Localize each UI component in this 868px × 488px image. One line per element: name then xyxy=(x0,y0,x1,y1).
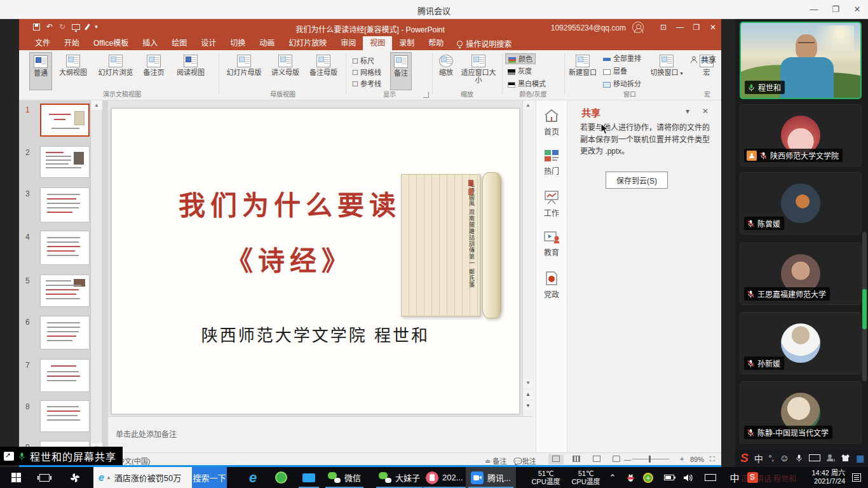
ruler-checkbox[interactable]: ☐ 标尺 xyxy=(352,55,374,65)
arrange-all-button[interactable]: 全部重排 xyxy=(600,53,644,64)
slide-thumbnail-4[interactable] xyxy=(40,231,90,265)
zoom-slider[interactable] xyxy=(632,459,669,459)
scroll-down-icon[interactable]: ▼ xyxy=(523,378,533,388)
zoom-in-icon[interactable]: + xyxy=(680,455,684,463)
notes-toggle-button[interactable]: 备注 xyxy=(390,52,412,90)
participant-tile[interactable]: 孙新媛 xyxy=(740,312,862,374)
emoji-icon[interactable]: ☺ xyxy=(780,452,789,463)
wechat-button[interactable]: 微信 xyxy=(323,467,366,488)
ime-mode-indicator[interactable]: 中 xyxy=(727,467,742,488)
save-to-cloud-button[interactable]: 保存到云(S) xyxy=(606,172,668,189)
tab-view[interactable]: 视图 xyxy=(363,36,392,50)
status-normal-view-button[interactable] xyxy=(548,454,564,464)
pane-item-home[interactable]: 首页 xyxy=(536,108,567,137)
ppt-close-button[interactable]: ✕ xyxy=(705,19,721,36)
tab-home[interactable]: 开始 xyxy=(57,36,86,50)
slide-thumbnail-1[interactable] xyxy=(40,104,90,137)
slide-thumbnail-6[interactable] xyxy=(40,316,90,349)
slideshow-icon[interactable] xyxy=(72,24,80,30)
fit-to-window-button[interactable]: 适应窗口大小 xyxy=(460,52,497,90)
account-avatar-icon[interactable] xyxy=(632,22,644,33)
zoom-out-icon[interactable]: — xyxy=(624,456,631,463)
fit-slide-icon[interactable]: ⛶ xyxy=(710,455,715,463)
notes-pane[interactable]: 单击此处添加备注 xyxy=(108,416,532,452)
handout-master-button[interactable]: 讲义母版 xyxy=(267,52,304,90)
scroll-up-icon[interactable]: ▲ xyxy=(523,100,533,110)
status-sorter-view-button[interactable] xyxy=(569,454,584,464)
account-21-icon[interactable]: 21 xyxy=(826,454,835,462)
punctuation-icon[interactable]: °, xyxy=(769,454,774,463)
input-mode-chinese-icon[interactable]: 中 xyxy=(754,452,763,464)
guides-checkbox[interactable]: ☐ 参考线 xyxy=(352,78,381,88)
notes-page-button[interactable]: 备注页 xyxy=(139,52,169,90)
participant-tile-video[interactable]: 程世和 xyxy=(740,22,862,99)
tab-animations[interactable]: 动画 xyxy=(252,36,281,50)
participant-tile[interactable]: 陈曾媛 xyxy=(740,172,862,234)
participant-tile[interactable]: 王思嘉福建师范大学 xyxy=(740,243,862,305)
start-button[interactable] xyxy=(5,467,27,488)
slide-master-button[interactable]: 幻灯片母版 xyxy=(222,52,266,90)
action-center-button[interactable] xyxy=(848,467,865,488)
cpu-widget-2[interactable]: 51℃CPU温度 xyxy=(567,467,604,488)
slide-thumbnail-2[interactable] xyxy=(40,146,90,178)
outline-view-button[interactable]: 大纲视图 xyxy=(53,52,93,90)
tell-me-search[interactable]: 操作说明搜索 xyxy=(451,36,518,50)
color-button[interactable]: 颜色 xyxy=(505,53,536,64)
tab-help[interactable]: 帮助 xyxy=(421,36,451,50)
soft-keyboard-icon[interactable] xyxy=(809,454,820,461)
black-white-button[interactable]: 黑白模式 xyxy=(505,79,548,90)
switch-windows-button[interactable]: 切换窗口 ▾ xyxy=(649,52,684,90)
thumbnail-scrollbar[interactable]: ▲ ▼ xyxy=(90,100,102,452)
pink-app-button[interactable]: 202... xyxy=(421,467,468,488)
status-notes-button[interactable]: ≐ 备注 xyxy=(485,456,506,466)
voice-input-icon[interactable] xyxy=(795,454,803,463)
normal-view-button[interactable]: 普通 xyxy=(29,52,52,90)
slide-sorter-button[interactable]: 幻灯片浏览 xyxy=(94,52,137,90)
tab-draw[interactable]: 绘图 xyxy=(165,36,194,50)
pinwheel-app-button[interactable] xyxy=(62,467,88,488)
battery-tray-icon[interactable] xyxy=(661,467,677,488)
skin-shirt-icon[interactable] xyxy=(841,454,850,462)
ppt-restore-button[interactable]: ❐ xyxy=(688,19,705,36)
participant-tile[interactable]: 陈静-中国现当代文学 xyxy=(740,381,862,444)
save-icon[interactable] xyxy=(33,24,40,30)
ppt-minimize-button[interactable]: — xyxy=(672,19,688,36)
zoom-button[interactable]: 缩放 xyxy=(435,52,458,90)
ppt-share-button[interactable]: 共享 xyxy=(690,54,716,65)
cascade-button[interactable]: 层叠 xyxy=(600,66,630,77)
ie-app-button[interactable]: e xyxy=(240,467,266,488)
browser-360-button[interactable] xyxy=(268,467,294,488)
status-slideshow-button[interactable] xyxy=(609,454,624,464)
undo-icon[interactable]: ↶ xyxy=(46,22,53,31)
meeting-maximize-button[interactable]: ❐ xyxy=(825,0,846,19)
tab-record[interactable]: 录制 xyxy=(392,36,421,50)
account-email[interactable]: 1092955234@qq.com xyxy=(551,24,626,32)
move-split-button[interactable]: 移动拆分 xyxy=(600,79,644,90)
tray-expand-button[interactable]: ⌃ xyxy=(605,467,620,488)
new-window-button[interactable]: 新建窗口 xyxy=(567,52,598,90)
task-view-button[interactable] xyxy=(33,467,56,488)
zoom-percent[interactable]: 89% xyxy=(690,456,704,463)
pane-item-hot[interactable]: 热门 xyxy=(536,149,567,176)
ribbon-display-options-icon[interactable]: ⊡ xyxy=(655,19,672,36)
pane-item-party[interactable]: 党政 xyxy=(536,271,567,299)
status-reading-view-button[interactable] xyxy=(589,454,604,464)
sidebar-scrollbar-thumb[interactable] xyxy=(862,289,867,329)
notes-master-button[interactable]: 备注母版 xyxy=(305,52,342,90)
meeting-minimize-button[interactable]: — xyxy=(803,0,825,19)
qat-dropdown-icon[interactable]: ▾ xyxy=(95,24,98,30)
slide-thumbnail-3[interactable] xyxy=(40,187,90,222)
slide[interactable]: 我们为什么要读 《诗经》 毛詩國風 周南關雎詁訓傳第一 鄭氏箋 陕西师范大学文学… xyxy=(111,108,520,414)
show-dialog-launcher-icon[interactable] xyxy=(423,92,429,98)
search-go-button[interactable]: 搜索一下 xyxy=(192,467,227,488)
sogou-logo-icon[interactable]: S xyxy=(740,451,749,465)
slide-thumbnail-5[interactable] xyxy=(40,274,90,307)
scroll-up-icon[interactable]: ▲ xyxy=(91,100,102,110)
tab-file[interactable]: 文件 xyxy=(28,36,57,50)
previous-slide-icon[interactable]: ▲ xyxy=(523,390,533,399)
pane-item-work[interactable]: 工作 xyxy=(536,189,567,218)
tab-transitions[interactable]: 切换 xyxy=(223,36,252,50)
tab-slideshow[interactable]: 幻灯片放映 xyxy=(281,36,334,50)
gridlines-checkbox[interactable]: ☐ 网格线 xyxy=(352,67,381,77)
touch-keyboard-tray-icon[interactable] xyxy=(702,467,719,488)
